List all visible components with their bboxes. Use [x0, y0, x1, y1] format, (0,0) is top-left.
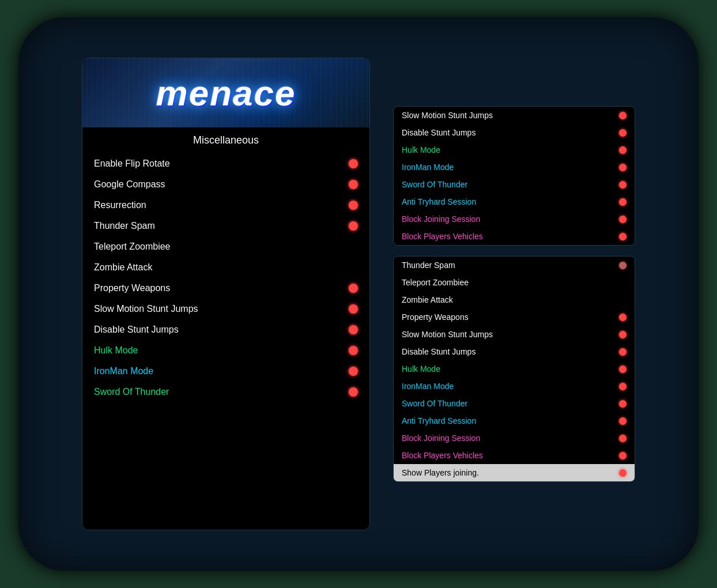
right-bottom-menu-item[interactable]: Thunder Spam [394, 257, 635, 274]
left-menu-item[interactable]: Zombie Attack [82, 257, 369, 278]
left-menu-item[interactable]: Resurrection [82, 195, 369, 216]
left-menu-item-label: Resurrection [94, 200, 146, 210]
right-bottom-menu-item-label: Thunder Spam [402, 261, 455, 270]
left-menu-item-label: Enable Flip Rotate [94, 159, 170, 169]
right-top-menu-item-label: Block Joining Session [402, 214, 480, 224]
right-top-menu-item[interactable]: Anti Tryhard Session [394, 193, 635, 210]
toggle-dot [349, 325, 358, 334]
right-toggle-dot [619, 164, 627, 171]
right-bottom-menu-item[interactable]: Block Players Vehicles [394, 447, 635, 464]
toggle-dot [349, 159, 358, 168]
right-bottom-menu-item-label: Anti Tryhard Session [402, 416, 476, 425]
left-menu-item[interactable]: Disable Stunt Jumps [82, 319, 369, 340]
right-bottom-menu-item-label: Teleport Zoombiee [402, 278, 469, 287]
right-bottom-menu-item-label: Block Joining Session [402, 434, 480, 443]
left-menu-item-label: IronMan Mode [94, 366, 153, 376]
right-bottom-menu-item[interactable]: Property Weapons [394, 308, 635, 326]
right-bottom-menu-item[interactable]: Hulk Mode [394, 360, 635, 378]
right-toggle-dot [619, 233, 627, 240]
left-menu-item[interactable]: Google Compass [82, 174, 369, 195]
left-menu-item-label: Teleport Zoombiee [94, 242, 171, 252]
right-top-menu-item-label: Sword Of Thunder [402, 180, 467, 189]
left-menu-item[interactable]: Enable Flip Rotate [82, 153, 369, 174]
right-toggle-dot [619, 112, 627, 119]
right-top-menu-item[interactable]: Slow Motion Stunt Jumps [394, 107, 635, 124]
toggle-dot [349, 284, 358, 293]
right-bottom-menu-item-label: Slow Motion Stunt Jumps [402, 330, 493, 339]
right-top-menu-item[interactable]: IronMan Mode [394, 159, 635, 176]
toggle-dot [349, 201, 358, 210]
left-menu-item[interactable]: Hulk Mode [82, 340, 369, 361]
left-menu-item-label: Zombie Attack [94, 262, 152, 273]
right-top-menu-item-label: Block Players Vehicles [402, 232, 483, 241]
left-menu-item[interactable]: Thunder Spam [82, 216, 369, 236]
right-bottom-menu-item-label: Property Weapons [402, 312, 469, 322]
left-menu-item[interactable]: Sword Of Thunder [82, 382, 369, 402]
right-top-menu-item[interactable]: Block Players Vehicles [394, 228, 635, 245]
right-bottom-menu-item-label: Zombie Attack [402, 295, 453, 304]
left-menu-item[interactable]: Property Weapons [82, 278, 369, 299]
left-menu-item-label: Slow Motion Stunt Jumps [94, 304, 198, 314]
right-bottom-menu-item[interactable]: Anti Tryhard Session [394, 412, 635, 429]
right-panel-top: Slow Motion Stunt JumpsDisable Stunt Jum… [393, 106, 635, 246]
right-bottom-menu-item[interactable]: Zombie Attack [394, 291, 635, 308]
right-bottom-menu-item[interactable]: Show Players joining. [394, 464, 635, 481]
right-toggle-dot [619, 198, 627, 206]
right-bottom-toggle-dot [619, 452, 627, 459]
logo-area: menace [82, 58, 369, 127]
right-bottom-toggle-dot [619, 314, 627, 321]
left-menu-item-label: Hulk Mode [94, 345, 138, 356]
right-top-menu-item-label: Slow Motion Stunt Jumps [402, 111, 493, 120]
right-bottom-toggle-dot [619, 348, 627, 356]
left-menu-item[interactable]: IronMan Mode [82, 361, 369, 382]
app-logo: menace [156, 73, 296, 114]
right-bottom-menu-item-label: Hulk Mode [402, 364, 440, 374]
right-panel-bottom: Thunder SpamTeleport ZoombieeZombie Atta… [393, 256, 635, 482]
right-bottom-menu-item[interactable]: Teleport Zoombiee [394, 274, 635, 291]
right-bottom-menu-item[interactable]: Sword Of Thunder [394, 395, 635, 412]
right-toggle-dot [619, 181, 627, 189]
toggle-dot [349, 367, 358, 376]
right-top-menu-item-label: Anti Tryhard Session [402, 197, 476, 206]
left-menu-item-label: Thunder Spam [94, 221, 155, 231]
toggle-dot [349, 387, 358, 397]
right-bottom-menu-item[interactable]: Block Joining Session [394, 429, 635, 447]
toggle-dot [349, 304, 358, 314]
right-bottom-toggle-dot [619, 331, 627, 338]
right-top-menu-item[interactable]: Hulk Mode [394, 141, 635, 159]
right-bottom-menu-item-label: IronMan Mode [402, 382, 454, 391]
right-top-menu-item[interactable]: Sword Of Thunder [394, 176, 635, 193]
right-bottom-toggle-dot [619, 400, 627, 408]
right-toggle-dot [619, 216, 627, 223]
left-menu-item[interactable]: Slow Motion Stunt Jumps [82, 299, 369, 319]
left-menu-item-label: Disable Stunt Jumps [94, 325, 179, 335]
right-bottom-menu-item-label: Show Players joining. [402, 468, 479, 477]
left-panel: menace Miscellaneous Enable Flip RotateG… [82, 58, 370, 530]
right-toggle-dot [619, 129, 627, 137]
right-bottom-toggle-dot [619, 383, 627, 390]
right-bottom-menu-item[interactable]: IronMan Mode [394, 378, 635, 395]
right-bottom-toggle-dot [619, 365, 627, 373]
right-bottom-menu-item[interactable]: Disable Stunt Jumps [394, 343, 635, 360]
right-top-menu-item-label: Disable Stunt Jumps [402, 128, 476, 137]
background-blob: menace Miscellaneous Enable Flip RotateG… [18, 17, 699, 571]
right-top-menu-item-label: IronMan Mode [402, 163, 454, 172]
left-menu-item-label: Sword Of Thunder [94, 387, 169, 397]
right-top-menu-item[interactable]: Disable Stunt Jumps [394, 124, 635, 141]
right-bottom-toggle-dot [619, 417, 627, 425]
left-menu-item[interactable]: Teleport Zoombiee [82, 236, 369, 257]
right-bottom-toggle-dot [619, 435, 627, 442]
left-menu-item-label: Google Compass [94, 179, 165, 190]
right-bottom-toggle-dot [619, 469, 627, 477]
right-toggle-dot [619, 146, 627, 154]
right-top-menu-item-label: Hulk Mode [402, 145, 440, 154]
right-bottom-menu-item-label: Block Players Vehicles [402, 451, 483, 460]
toggle-dot [349, 221, 358, 231]
toggle-dot [349, 346, 358, 355]
right-bottom-menu-item-label: Sword Of Thunder [402, 399, 467, 408]
toggle-dot [349, 180, 358, 189]
left-menu-list: Enable Flip RotateGoogle CompassResurrec… [82, 151, 369, 530]
right-panels: Slow Motion Stunt JumpsDisable Stunt Jum… [393, 106, 635, 482]
right-bottom-menu-item[interactable]: Slow Motion Stunt Jumps [394, 326, 635, 343]
right-top-menu-item[interactable]: Block Joining Session [394, 210, 635, 228]
